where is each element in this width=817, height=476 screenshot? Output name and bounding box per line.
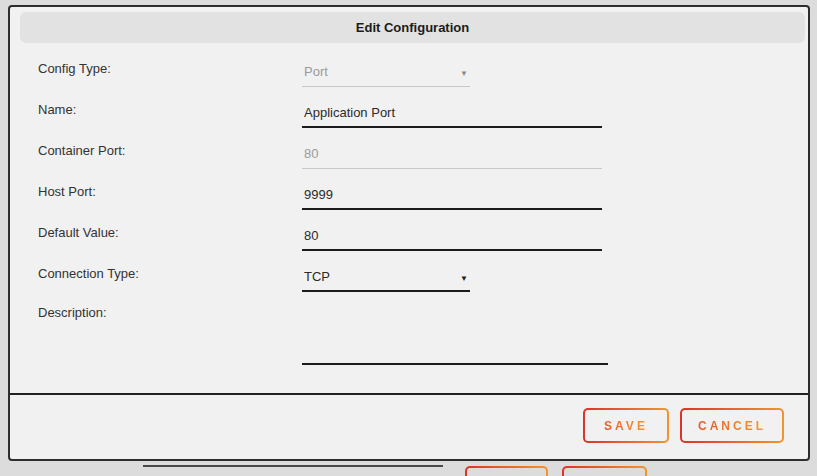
cancel-button[interactable]: CANCEL	[680, 408, 784, 443]
default-value-row: Default Value:	[38, 223, 808, 251]
save-button-label: SAVE	[604, 419, 648, 433]
config-type-row: Config Type: Port ▼	[38, 59, 808, 87]
name-label: Name:	[38, 102, 302, 128]
name-input[interactable]	[302, 101, 602, 128]
container-port-row: Container Port:	[38, 141, 808, 169]
config-type-value: Port	[304, 64, 328, 79]
edit-configuration-form: Config Type: Port ▼ Name: Container Port…	[10, 43, 808, 365]
host-port-row: Host Port:	[38, 182, 808, 210]
connection-type-select[interactable]: TCP ▼	[302, 265, 470, 292]
description-textarea[interactable]	[302, 305, 608, 365]
background-input-underline	[143, 465, 443, 467]
dialog-footer: SAVE CANCEL	[10, 395, 808, 443]
dialog-header: Edit Configuration	[20, 12, 805, 43]
save-button[interactable]: SAVE	[583, 408, 669, 443]
connection-type-label: Connection Type:	[38, 266, 302, 292]
name-row: Name:	[38, 100, 808, 128]
default-value-input[interactable]	[302, 224, 602, 251]
config-type-select: Port ▼	[302, 60, 470, 87]
description-row: Description:	[38, 305, 808, 365]
dialog-title: Edit Configuration	[356, 20, 469, 35]
host-port-input[interactable]	[302, 183, 602, 210]
background-cancel-button-partial[interactable]	[562, 466, 647, 476]
connection-type-row: Connection Type: TCP ▼	[38, 264, 808, 292]
default-value-label: Default Value:	[38, 225, 302, 251]
container-port-label: Container Port:	[38, 143, 302, 169]
host-port-label: Host Port:	[38, 184, 302, 210]
description-label: Description:	[38, 305, 302, 320]
cancel-button-label: CANCEL	[698, 419, 766, 433]
edit-configuration-dialog: Edit Configuration Config Type: Port ▼ N…	[8, 5, 810, 461]
container-port-input	[302, 142, 602, 169]
chevron-down-icon: ▼	[460, 69, 468, 78]
chevron-down-icon: ▼	[460, 274, 468, 283]
config-type-label: Config Type:	[38, 61, 302, 87]
background-save-button-partial[interactable]	[465, 466, 548, 476]
connection-type-value: TCP	[304, 269, 330, 284]
